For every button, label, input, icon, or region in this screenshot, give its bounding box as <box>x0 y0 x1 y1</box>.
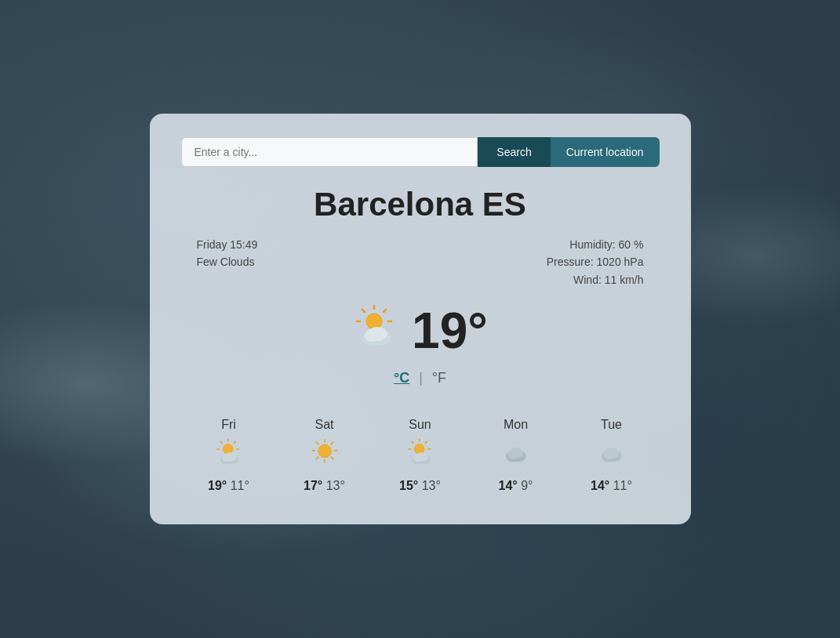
svg-line-15 <box>220 442 222 444</box>
forecast-sun-label: Sun <box>409 418 431 432</box>
weather-description: Friday 15:49 Few Clouds <box>197 236 258 271</box>
svg-point-31 <box>318 444 330 457</box>
forecast-fri-high: 19° <box>208 479 227 492</box>
forecast-tue-icon <box>597 438 627 473</box>
forecast-sat-label: Sat <box>315 418 333 432</box>
search-row: Search Current location <box>181 137 660 167</box>
forecast-tue-low: 11° <box>613 479 632 492</box>
forecast-sat: Sat 17° <box>285 418 364 493</box>
forecast-fri-label: Fri <box>221 418 236 432</box>
city-title: Barcelona ES <box>181 186 660 223</box>
svg-line-30 <box>316 442 318 444</box>
forecast-sat-high: 17° <box>304 479 322 492</box>
search-button[interactable]: Search <box>478 137 550 167</box>
svg-point-37 <box>414 444 424 455</box>
forecast-mon-high: 14° <box>499 479 518 492</box>
svg-line-13 <box>234 442 235 444</box>
forecast-tue-temps: 14° 11° <box>591 479 632 493</box>
humidity: Humidity: 60 % <box>547 236 644 253</box>
fahrenheit-toggle[interactable]: °F <box>432 370 446 386</box>
forecast-sun-high: 15° <box>399 479 418 492</box>
forecast-mon-label: Mon <box>504 418 528 432</box>
forecast-tue: Tue 14° 11° <box>573 418 651 493</box>
svg-point-22 <box>222 454 231 462</box>
svg-line-24 <box>331 442 333 444</box>
svg-point-42 <box>413 454 422 462</box>
forecast-sat-low: 13° <box>326 479 345 492</box>
condition: Few Clouds <box>197 253 258 270</box>
svg-point-52 <box>603 449 613 459</box>
unit-toggle: °C | °F <box>181 370 660 386</box>
day-time: Friday 15:49 <box>197 236 258 253</box>
svg-line-35 <box>412 442 413 444</box>
forecast-row: Fri <box>181 411 660 493</box>
weather-info-row: Friday 15:49 Few Clouds Humidity: 60 % P… <box>181 236 660 288</box>
unit-separator: | <box>419 370 423 386</box>
forecast-fri-low: 11° <box>231 479 249 492</box>
forecast-sat-temps: 17° 13° <box>304 479 345 493</box>
svg-line-1 <box>384 310 386 312</box>
forecast-sun: Sun <box>381 418 460 493</box>
celsius-toggle[interactable]: °C <box>394 370 409 386</box>
current-location-button[interactable]: Current location <box>551 137 660 167</box>
forecast-sun-low: 13° <box>422 479 441 492</box>
main-temp-display: 19° <box>181 304 660 357</box>
forecast-mon-temps: 14° 9° <box>499 479 533 493</box>
svg-point-6 <box>366 314 382 329</box>
forecast-mon-icon <box>501 438 531 473</box>
forecast-mon: Mon 14° 9° <box>477 418 555 493</box>
svg-line-26 <box>331 457 333 459</box>
forecast-mon-low: 9° <box>521 479 533 492</box>
main-temperature: 19° <box>412 306 488 356</box>
forecast-fri: Fri <box>190 418 268 493</box>
pressure: Pressure: 1020 hPa <box>547 253 644 270</box>
svg-line-4 <box>362 310 365 312</box>
city-input[interactable] <box>181 137 478 167</box>
weather-card: Search Current location Barcelona ES Fri… <box>150 114 691 524</box>
svg-line-33 <box>425 442 427 444</box>
svg-point-17 <box>223 444 233 455</box>
main-weather-icon <box>352 304 399 357</box>
weather-stats: Humidity: 60 % Pressure: 1020 hPa Wind: … <box>547 236 644 288</box>
forecast-tue-high: 14° <box>591 479 609 492</box>
forecast-fri-icon <box>214 438 244 473</box>
forecast-tue-label: Tue <box>601 418 622 432</box>
forecast-sun-temps: 15° 13° <box>399 479 441 493</box>
forecast-sat-icon <box>310 438 340 473</box>
svg-point-11 <box>365 329 379 342</box>
svg-line-28 <box>316 457 318 459</box>
wind: Wind: 11 km/h <box>547 271 644 288</box>
svg-point-47 <box>507 449 518 459</box>
forecast-fri-temps: 19° 11° <box>208 479 249 493</box>
forecast-sun-icon <box>405 438 435 473</box>
